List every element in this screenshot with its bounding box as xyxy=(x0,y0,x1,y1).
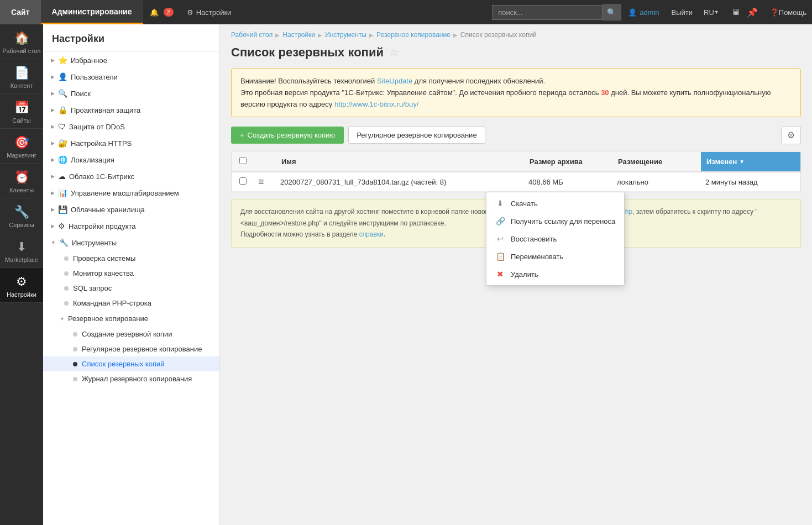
schedule-backup-button[interactable]: Регулярное резервное копирование xyxy=(348,127,485,144)
breadcrumb-backup[interactable]: Резервное копирование xyxy=(376,31,450,39)
nav-sub-schedule-backup[interactable]: Регулярное резервное копирование xyxy=(43,342,219,356)
create-backup-label: Создать резервную копию xyxy=(248,131,336,139)
td-location: локально xyxy=(612,174,701,191)
nav-sub-system-check[interactable]: Проверка системы xyxy=(43,251,219,266)
sidebar-item-marketplace[interactable]: ⬇ Marketplace xyxy=(0,233,43,268)
arrow-icon: ▶ xyxy=(51,207,55,212)
settings-nav-title: Настройки xyxy=(43,24,219,52)
breadcrumb-settings[interactable]: Настройки xyxy=(282,31,315,39)
context-menu-get-link[interactable]: 🔗 Получить ссылку для переноса xyxy=(486,212,624,230)
favorite-star-icon[interactable]: ☆ xyxy=(389,46,398,59)
nav-item-tools[interactable]: ▼ 🔧 Инструменты xyxy=(43,234,219,251)
th-changed[interactable]: Изменен ▼ xyxy=(701,152,800,171)
nav-label-php: Командная PHP-строка xyxy=(73,299,151,307)
nav-sub-create-backup[interactable]: Создание резервной копии xyxy=(43,327,219,342)
arrow-icon: ▶ xyxy=(51,140,55,146)
info-text3: " и следуйте инструкциям по распаковке. xyxy=(319,219,446,227)
username: admin xyxy=(640,8,659,17)
sep-icon: ▶ xyxy=(369,32,374,38)
row-checkbox[interactable] xyxy=(239,177,247,185)
td-check[interactable] xyxy=(232,173,254,191)
sidebar-item-clients[interactable]: ⏰ Клиенты xyxy=(0,164,43,198)
nav-label-ddos: Защита от DDoS xyxy=(69,123,125,131)
help-button[interactable]: ❓ Помощь xyxy=(764,0,812,24)
th-check[interactable] xyxy=(232,151,254,171)
sidebar-item-services[interactable]: 🔧 Сервисы xyxy=(0,198,43,233)
context-menu-rename[interactable]: 📋 Переименовать xyxy=(486,248,624,265)
gear-settings-button[interactable]: ⚙ xyxy=(781,126,801,144)
select-all-checkbox[interactable] xyxy=(239,157,247,164)
language-selector[interactable]: RU ▼ xyxy=(698,0,725,24)
nav-sub-sql[interactable]: SQL запрос xyxy=(43,281,219,296)
context-menu-trigger[interactable]: ≡ xyxy=(254,172,276,191)
settings-nav-btn[interactable]: ⚙ Настройки xyxy=(180,0,238,24)
clients-icon: ⏰ xyxy=(14,170,29,185)
search-button[interactable]: 🔍 xyxy=(603,4,621,20)
sep-icon: ▶ xyxy=(453,32,458,38)
logout-button[interactable]: Выйти xyxy=(666,0,699,24)
help-link[interactable]: справки xyxy=(359,230,384,238)
nav-item-proactive[interactable]: ▶ 🔒 Проактивная защита xyxy=(43,102,219,118)
nav-label-proactive: Проактивная защита xyxy=(71,106,140,114)
table-header: Имя Размер архива Размещение Изменен ▼ xyxy=(232,151,800,172)
main-content: Рабочий стол ▶ Настройки ▶ Инструменты ▶… xyxy=(220,24,812,525)
users-icon: 👤 xyxy=(58,72,67,81)
monitor-icon[interactable]: 🖥 xyxy=(729,5,742,19)
nav-item-izbrannoye[interactable]: ▶ ⭐ Избранное xyxy=(43,52,219,69)
dot-icon xyxy=(73,347,77,351)
siteupdate-link[interactable]: SiteUpdate xyxy=(377,77,412,85)
sidebar-item-dashboard[interactable]: 🏠 Рабочий стол xyxy=(0,24,43,59)
buy-link[interactable]: http://www.1c-bitrix.ru/buy/ xyxy=(334,100,418,108)
marketing-icon: 🎯 xyxy=(14,135,29,150)
notifications-btn[interactable]: 🔔 2 xyxy=(143,0,180,24)
breadcrumb-dashboard[interactable]: Рабочий стол xyxy=(231,31,273,39)
nav-sub-list-backup[interactable]: Список резервных копий xyxy=(43,356,219,371)
delete-icon: ✖ xyxy=(495,270,505,279)
nav-sub-backup-group[interactable]: ▼ Резервное копирование xyxy=(43,311,219,327)
restore-icon: ↩ xyxy=(495,234,505,243)
sidebar-label-dashboard: Рабочий стол xyxy=(2,48,40,54)
sidebar-item-sites[interactable]: 📅 Сайты xyxy=(0,94,43,129)
sidebar-item-marketing[interactable]: 🎯 Маркетинг xyxy=(0,129,43,164)
search-icon: 🔍 xyxy=(58,89,67,98)
nav-item-ddos[interactable]: ▶ 🛡 Защита от DDoS xyxy=(43,118,219,135)
context-menu-delete[interactable]: ✖ Удалить xyxy=(486,265,624,283)
sidebar-item-settings[interactable]: ⚙ Настройки xyxy=(0,268,43,303)
alert-line2: Это пробная версия продукта "1С-Битрикс:… xyxy=(240,87,792,111)
context-menu-restore[interactable]: ↩ Восстановить xyxy=(486,230,624,248)
context-menu-download[interactable]: ⬇ Скачать xyxy=(486,195,624,212)
breadcrumb: Рабочий стол ▶ Настройки ▶ Инструменты ▶… xyxy=(220,24,812,43)
sidebar-label-marketplace: Marketplace xyxy=(5,256,38,263)
nav-item-search[interactable]: ▶ 🔍 Поиск xyxy=(43,85,219,102)
td-changed: 2 минуты назад xyxy=(701,174,800,191)
nav-item-cloud[interactable]: ▶ ☁ Облако 1С-Битрикс xyxy=(43,168,219,185)
admin-tab[interactable]: Администрирование xyxy=(41,0,143,24)
th-menu xyxy=(254,156,276,167)
help-icon: ❓ xyxy=(770,8,779,17)
th-location: Размещение xyxy=(612,152,701,171)
nav-label-backup-group: Резервное копирование xyxy=(68,314,148,323)
nav-label-quality-monitor: Монитор качества xyxy=(73,269,134,277)
create-backup-button[interactable]: + Создать резервную копию xyxy=(231,127,344,144)
nav-label-tools: Инструменты xyxy=(72,239,117,247)
nav-item-localization[interactable]: ▶ 🌐 Локализация xyxy=(43,151,219,168)
nav-item-product-settings[interactable]: ▶ ⚙ Настройки продукта xyxy=(43,218,219,234)
nav-item-cloud-storage[interactable]: ▶ 💾 Облачные хранилища xyxy=(43,201,219,218)
th-size: Размер архива xyxy=(524,152,612,171)
nav-item-https[interactable]: ▶ 🔐 Настройка HTTPS xyxy=(43,135,219,151)
content-icon: 📄 xyxy=(14,66,29,80)
sidebar-item-content[interactable]: 📄 Контент xyxy=(0,59,43,94)
site-tab[interactable]: Сайт xyxy=(0,0,41,24)
nav-item-users[interactable]: ▶ 👤 Пользователи xyxy=(43,69,219,85)
nav-sub-quality-monitor[interactable]: Монитор качества xyxy=(43,266,219,281)
pin-icon[interactable]: 📌 xyxy=(745,5,760,20)
nav-sub-backup-log[interactable]: Журнал резервного копирования xyxy=(43,371,219,386)
bell-icon: 🔔 xyxy=(150,8,159,17)
search-input[interactable] xyxy=(492,5,603,20)
nav-sub-php[interactable]: Командная PHP-строка xyxy=(43,296,219,311)
nav-item-scaling[interactable]: ▶ 📊 Управление масштабированием xyxy=(43,185,219,201)
breadcrumb-tools[interactable]: Инструменты xyxy=(325,31,366,39)
nav-label-backup-log: Журнал резервного копирования xyxy=(82,375,192,383)
arrow-icon: ▶ xyxy=(51,190,55,196)
lock-icon: 🔒 xyxy=(58,106,67,114)
